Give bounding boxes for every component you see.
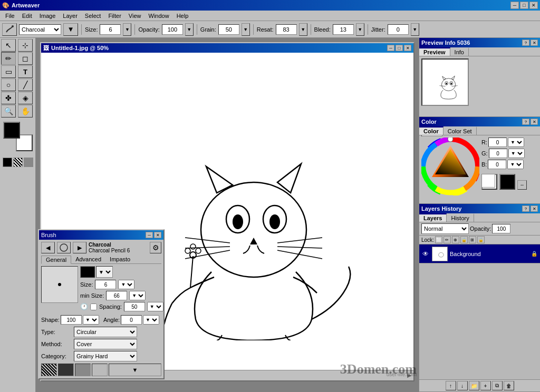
brush-tab-advanced[interactable]: Advanced bbox=[71, 256, 105, 263]
brush-spacing-check[interactable] bbox=[90, 303, 97, 310]
menu-window[interactable]: Window bbox=[146, 12, 172, 19]
brush-type-select[interactable]: Charcoal bbox=[19, 24, 61, 35]
color-fg-swatch[interactable] bbox=[499, 174, 515, 190]
menu-help[interactable]: Help bbox=[173, 12, 192, 19]
brush-tab-impasto[interactable]: Impasto bbox=[105, 256, 134, 263]
lock-all-button[interactable]: 🔒 bbox=[460, 236, 468, 243]
eraser-draw-tool[interactable]: ◻ bbox=[18, 52, 33, 65]
brush-panel-close-button[interactable]: ✕ bbox=[154, 232, 161, 238]
menu-edit[interactable]: Edit bbox=[19, 12, 35, 19]
line-tool[interactable]: ╱ bbox=[18, 79, 33, 91]
brush-shape-input[interactable] bbox=[61, 315, 82, 325]
brush-size-unit[interactable]: ▼ bbox=[118, 280, 134, 289]
zoom-draw-tool[interactable]: 🔍 bbox=[1, 105, 16, 117]
brush-category-select[interactable]: Grainy Hard bbox=[74, 351, 137, 361]
brush-options-button[interactable]: ▼ bbox=[63, 23, 78, 36]
layers-delete-button[interactable]: 🗑 bbox=[504, 381, 514, 390]
pattern-swatch-1[interactable] bbox=[3, 158, 12, 167]
arrow-tool[interactable]: ↖ bbox=[1, 39, 16, 52]
lock-transparency-button[interactable]: ⬜ bbox=[435, 236, 442, 243]
brush-tab-general[interactable]: General bbox=[41, 256, 71, 264]
color-r-unit[interactable]: ▼ bbox=[508, 138, 524, 147]
pattern-swatch-3[interactable] bbox=[24, 158, 33, 167]
color-bg-swatch[interactable] bbox=[481, 174, 497, 190]
brush-next-button[interactable]: ▶ bbox=[73, 242, 86, 253]
brush-pattern-swatch3[interactable] bbox=[75, 364, 91, 376]
brush-minsize-unit[interactable]: ▼ bbox=[129, 291, 146, 300]
brush-spacing-unit[interactable]: ▼ bbox=[147, 302, 163, 311]
maximize-button[interactable]: □ bbox=[520, 2, 528, 9]
brush-type-icon[interactable] bbox=[57, 242, 71, 253]
brush-shape-select[interactable]: ▼ bbox=[96, 266, 113, 278]
preview-tab[interactable]: Preview bbox=[419, 47, 450, 56]
opacity-input[interactable] bbox=[162, 24, 183, 35]
color-b-unit[interactable]: ▼ bbox=[507, 160, 524, 169]
color-r-input[interactable] bbox=[488, 138, 507, 147]
menu-select[interactable]: Select bbox=[82, 12, 104, 19]
preview-help-button[interactable]: ? bbox=[522, 40, 529, 46]
color-b-input[interactable] bbox=[488, 160, 506, 169]
layers-opacity-input[interactable] bbox=[492, 224, 510, 233]
resat-down-button[interactable]: ▼ bbox=[299, 23, 307, 36]
layers-tab[interactable]: Layers bbox=[419, 213, 447, 222]
history-tab[interactable]: History bbox=[447, 213, 474, 222]
ellipse-tool[interactable]: ○ bbox=[1, 79, 16, 91]
brush-picker-button[interactable] bbox=[2, 23, 17, 36]
layers-help-button[interactable]: ? bbox=[522, 205, 529, 212]
brush-type-select2[interactable]: Circular bbox=[74, 327, 137, 337]
brush-shape-unit2[interactable]: ▼ bbox=[83, 315, 99, 325]
lock-extra2-button[interactable]: 🔒 bbox=[477, 236, 485, 243]
menu-view[interactable]: View bbox=[126, 12, 144, 19]
clone-draw-tool[interactable]: ✤ bbox=[1, 92, 16, 104]
menu-layer[interactable]: Layer bbox=[60, 12, 81, 19]
menu-file[interactable]: File bbox=[2, 12, 18, 19]
brush-size-input[interactable] bbox=[95, 280, 116, 289]
doc-minimize-button[interactable]: ─ bbox=[387, 45, 394, 51]
brush-minsize-input[interactable] bbox=[106, 291, 127, 300]
brush-pattern-swatch4[interactable] bbox=[92, 364, 108, 376]
brush-draw-tool[interactable]: ✏ bbox=[1, 52, 16, 65]
bleed-down-button[interactable]: ▼ bbox=[356, 23, 364, 36]
resat-input[interactable] bbox=[276, 24, 297, 35]
text-draw-tool[interactable]: T bbox=[18, 65, 33, 78]
brush-method-select[interactable]: Cover bbox=[74, 339, 137, 349]
jitter-input[interactable] bbox=[388, 24, 409, 35]
color-set-tab[interactable]: Color Set bbox=[443, 126, 477, 135]
color-help-button[interactable]: ? bbox=[522, 119, 529, 125]
lock-paint-button[interactable]: ✏ bbox=[443, 236, 451, 243]
brush-panel-min-button[interactable]: ─ bbox=[146, 232, 153, 238]
layer-visibility-toggle[interactable]: 👁 bbox=[421, 250, 430, 258]
color-g-unit[interactable]: ▼ bbox=[508, 149, 525, 158]
color-swap-button[interactable]: ↔ bbox=[517, 180, 527, 190]
info-tab[interactable]: Info bbox=[450, 47, 469, 56]
layers-duplicate-button[interactable]: ⧉ bbox=[492, 381, 503, 390]
layers-nav-down-button[interactable]: ↓ bbox=[457, 381, 468, 390]
color-g-input[interactable] bbox=[489, 149, 507, 158]
layers-close-button[interactable]: ✕ bbox=[531, 205, 538, 212]
brush-pattern-swatch2[interactable] bbox=[58, 364, 74, 376]
color-tab[interactable]: Color bbox=[419, 126, 443, 135]
brush-swatch-btn[interactable]: ▼ bbox=[109, 364, 161, 376]
lasso-tool[interactable]: ⊹ bbox=[18, 39, 33, 52]
preview-close-button[interactable]: ✕ bbox=[531, 40, 538, 46]
color-close-button[interactable]: ✕ bbox=[531, 119, 538, 125]
foreground-color-swatch[interactable] bbox=[3, 122, 20, 139]
eyedropper-draw-tool[interactable]: ◈ bbox=[18, 92, 33, 104]
hand-draw-tool[interactable]: ✋ bbox=[18, 105, 33, 117]
size-input[interactable] bbox=[100, 24, 121, 35]
menu-image[interactable]: Image bbox=[36, 12, 59, 19]
grain-input[interactable] bbox=[218, 24, 239, 35]
rect-tool[interactable]: ▭ bbox=[1, 65, 16, 78]
doc-maximize-button[interactable]: □ bbox=[396, 45, 403, 51]
jitter-down-button[interactable]: ▼ bbox=[411, 23, 419, 36]
blend-mode-select[interactable]: Normal Multiply Screen Overlay bbox=[421, 223, 469, 234]
layers-add-folder-button[interactable]: 📁 bbox=[469, 381, 479, 390]
layers-nav-up-button[interactable]: ↑ bbox=[446, 381, 456, 390]
lock-extra-button[interactable]: ⊞ bbox=[469, 236, 476, 243]
bleed-input[interactable] bbox=[333, 24, 354, 35]
brush-spacing-input[interactable] bbox=[124, 302, 145, 311]
minimize-button[interactable]: ─ bbox=[510, 2, 519, 9]
pattern-swatch-2[interactable] bbox=[13, 158, 23, 167]
brush-shape-filled[interactable] bbox=[80, 266, 95, 278]
brush-pattern-swatch1[interactable] bbox=[41, 364, 57, 376]
